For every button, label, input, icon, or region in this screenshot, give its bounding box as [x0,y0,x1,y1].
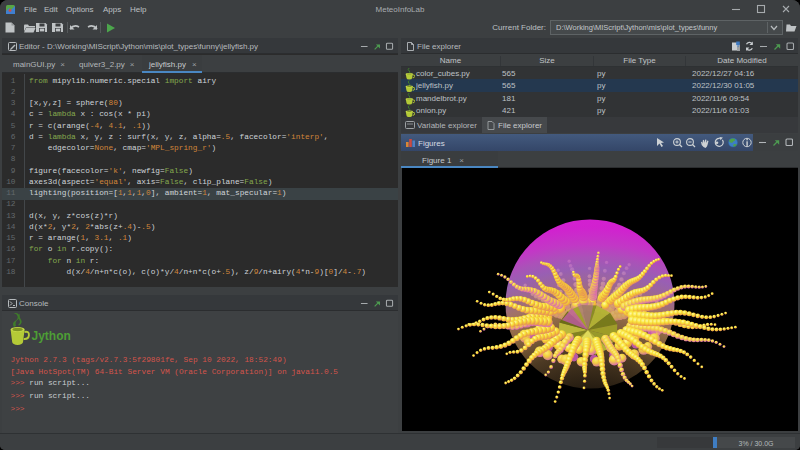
svg-text:Jython: Jython [32,329,71,343]
